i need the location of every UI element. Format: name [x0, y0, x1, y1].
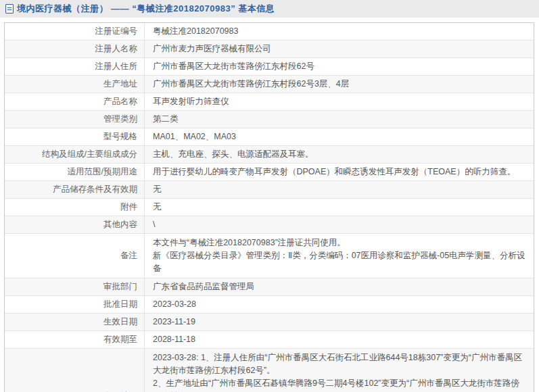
row-label: 注册人名称 — [5, 41, 145, 57]
row-management-class: 管理类别 第二类 — [5, 110, 534, 128]
registration-info-table: 注册证编号 粤械注准20182070983 注册人名称 广州市麦力声医疗器械有限… — [4, 22, 534, 392]
row-intended-use: 适用范围/预期用途 用于进行婴幼儿的畸变产物耳声发射（DPOAE）和瞬态诱发性耳… — [5, 163, 534, 180]
row-production-address: 生产地址 广州市番禺区大龙街市莲路傍江东村段62号3层、4层 — [5, 75, 534, 93]
row-label: 型号规格 — [5, 128, 145, 145]
row-value: 粤械注准20182070983 — [145, 23, 534, 40]
row-expiry-date: 有效期至 2028-11-18 — [5, 330, 534, 348]
row-registrant-address: 注册人住所 广州市番禺区大龙街市莲路傍江东村段62号 — [5, 57, 534, 75]
row-value: 2028-11-18 — [145, 331, 534, 348]
row-value: MA01、MA02、MA03 — [145, 128, 534, 145]
row-change-history: 变更情况 2023-03-28: 1、注册人住所由“广州市番禺区大石街石北工业路… — [5, 348, 534, 392]
document-icon — [5, 4, 14, 14]
row-value: 2023-03-28: 1、注册人住所由“广州市番禺区大石街石北工业路644号1… — [145, 349, 534, 392]
row-value: 广州市番禺区大龙街市莲路傍江东村段62号 — [145, 58, 534, 75]
row-value: 2023-03-28 — [145, 296, 534, 313]
row-label: 注册证编号 — [5, 23, 145, 40]
row-label: 适用范围/预期用途 — [5, 164, 145, 180]
row-value: 第二类 — [145, 111, 534, 128]
row-value: 主机、充电座、探头、电源适配器及耳塞。 — [145, 146, 534, 163]
row-label: 附件 — [5, 199, 145, 216]
row-value: 耳声发射听力筛查仪 — [145, 93, 534, 110]
row-storage-conditions: 产品储存条件及有效期 无 — [5, 180, 534, 198]
page-title: 境内医疗器械（注册） —— “粤械注准20182070983” 基本信息 — [17, 3, 275, 15]
row-registrant-name: 注册人名称 广州市麦力声医疗器械有限公司 — [5, 40, 534, 57]
row-value: 用于进行婴幼儿的畸变产物耳声发射（DPOAE）和瞬态诱发性耳声发射（TEOAE）… — [145, 164, 534, 180]
row-other-content: 其他内容 \ — [5, 216, 534, 233]
row-value: \ — [145, 216, 534, 233]
row-label: 审批部门 — [5, 278, 145, 295]
row-label: 有效期至 — [5, 331, 145, 348]
row-value: 广州市麦力声医疗器械有限公司 — [145, 41, 534, 57]
row-label: 注册人住所 — [5, 58, 145, 75]
row-label: 结构及组成/主要组成成分 — [5, 146, 145, 163]
row-value: 无 — [145, 199, 534, 216]
page-header: 境内医疗器械（注册） —— “粤械注准20182070983” 基本信息 — [0, 0, 539, 18]
row-label: 管理类别 — [5, 111, 145, 128]
row-label: 变更情况 — [5, 349, 145, 392]
row-cert-number: 注册证编号 粤械注准20182070983 — [5, 23, 534, 40]
row-value: 广东省食品药品监督管理局 — [145, 278, 534, 295]
row-value: 本文件与“粤械注准20182070983”注册证共同使用。 新《医疗器械分类目录… — [145, 234, 534, 278]
row-composition: 结构及组成/主要组成成分 主机、充电座、探头、电源适配器及耳塞。 — [5, 145, 534, 163]
row-effective-date: 生效日期 2023-11-19 — [5, 313, 534, 330]
row-remarks: 备注 本文件与“粤械注准20182070983”注册证共同使用。 新《医疗器械分… — [5, 233, 534, 278]
row-label: 产品名称 — [5, 93, 145, 110]
row-product-name: 产品名称 耳声发射听力筛查仪 — [5, 93, 534, 110]
row-approval-date: 批准日期 2023-03-28 — [5, 295, 534, 313]
row-label: 产品储存条件及有效期 — [5, 181, 145, 198]
row-attachment: 附件 无 — [5, 198, 534, 216]
row-approval-department: 审批部门 广东省食品药品监督管理局 — [5, 278, 534, 295]
row-value: 2023-11-19 — [145, 314, 534, 330]
row-label: 备注 — [5, 234, 145, 278]
row-model-spec: 型号规格 MA01、MA02、MA03 — [5, 128, 534, 145]
row-label: 批准日期 — [5, 296, 145, 313]
row-label: 其他内容 — [5, 216, 145, 233]
row-label: 生产地址 — [5, 76, 145, 93]
row-label: 生效日期 — [5, 314, 145, 330]
row-value: 广州市番禺区大龙街市莲路傍江东村段62号3层、4层 — [145, 76, 534, 93]
row-value: 无 — [145, 181, 534, 198]
